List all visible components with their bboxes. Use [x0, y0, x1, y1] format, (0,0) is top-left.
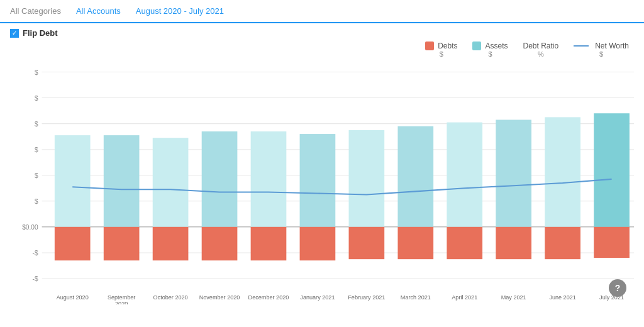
asset-bar-feb2021 [349, 130, 385, 227]
debt-bar-oct2020 [153, 227, 189, 260]
debt-bar-jun2021 [545, 227, 580, 259]
asset-bar-may2021 [496, 119, 531, 226]
asset-bar-aug2020 [55, 135, 91, 227]
assets-color-icon [472, 42, 481, 50]
svg-text:January 2021: January 2021 [300, 294, 335, 301]
legend-assets: Assets $ [472, 42, 508, 58]
legend-net-worth: Net Worth $ [574, 42, 629, 58]
debt-bar-dec2020 [251, 227, 287, 260]
net-worth-label: Net Worth [595, 42, 629, 50]
chart-area: $ $ $ $ $ $ $0.00 -$ -$ [10, 59, 634, 304]
debts-color-icon [425, 42, 434, 50]
svg-text:November 2020: November 2020 [199, 294, 240, 301]
flip-debt-checkbox[interactable] [10, 29, 19, 38]
chart-container: Flip Debt Debts $ Assets $ Debt Ratio % [0, 23, 644, 304]
debt-bar-nov2020 [202, 227, 238, 260]
legend-row: Debts $ Assets $ Debt Ratio % Net Worth … [10, 42, 634, 58]
svg-text:October 2020: October 2020 [153, 294, 188, 301]
svg-text:$: $ [35, 121, 38, 128]
asset-bar-dec2020 [251, 131, 287, 227]
legend-debts: Debts $ [425, 42, 457, 58]
svg-text:$: $ [35, 172, 38, 179]
asset-bar-oct2020 [153, 138, 189, 227]
svg-text:$0.00: $0.00 [22, 224, 38, 231]
debt-bar-mar2021 [397, 227, 433, 259]
svg-text:$: $ [35, 69, 38, 76]
legend-debt-ratio: Debt Ratio % [523, 42, 559, 58]
asset-bar-jul2021 [594, 113, 630, 227]
svg-text:$: $ [35, 95, 38, 102]
asset-bar-apr2021 [447, 123, 482, 227]
net-worth-sub: $ [599, 50, 603, 58]
debt-bar-jul2021 [594, 227, 630, 258]
svg-text:2020: 2020 [115, 301, 128, 304]
debt-bar-may2021 [496, 227, 531, 259]
svg-text:$: $ [35, 198, 38, 205]
debt-bar-jan2021 [300, 227, 336, 260]
debt-ratio-sub: % [538, 50, 544, 58]
debt-bar-apr2021 [447, 227, 482, 259]
top-bar-all-categories[interactable]: All Categories [10, 4, 69, 18]
debt-ratio-label: Debt Ratio [523, 42, 559, 50]
svg-text:March 2021: March 2021 [401, 294, 431, 301]
svg-text:$: $ [35, 147, 38, 153]
assets-label: Assets [485, 42, 508, 50]
svg-text:-$: -$ [33, 250, 38, 257]
svg-text:August 2020: August 2020 [57, 294, 89, 301]
debt-bar-aug2020 [55, 227, 91, 260]
top-bar-all-accounts[interactable]: All Accounts [69, 4, 128, 18]
svg-text:May 2021: May 2021 [501, 294, 526, 301]
svg-text:February 2021: February 2021 [348, 294, 385, 301]
bar-chart-svg: $ $ $ $ $ $ $0.00 -$ -$ [10, 59, 634, 304]
debts-sub: $ [440, 50, 443, 58]
debt-bar-feb2021 [349, 227, 385, 259]
asset-bar-nov2020 [202, 131, 238, 227]
flip-debt-label: Flip Debt [23, 28, 58, 38]
svg-text:-$: -$ [33, 275, 38, 282]
asset-bar-sep2020 [104, 135, 140, 227]
asset-bar-jun2021 [545, 117, 580, 226]
asset-bar-jan2021 [300, 134, 336, 227]
asset-bar-mar2021 [397, 126, 433, 227]
net-worth-line-icon [574, 45, 589, 47]
debts-label: Debts [438, 42, 457, 50]
top-bar: All Categories All Accounts August 2020 … [0, 0, 644, 23]
top-bar-date-range[interactable]: August 2020 - July 2021 [128, 4, 231, 18]
assets-sub: $ [488, 50, 492, 58]
debt-bar-sep2020 [104, 227, 140, 260]
svg-text:June 2021: June 2021 [549, 294, 575, 301]
svg-text:December 2020: December 2020 [248, 294, 289, 301]
help-button[interactable]: ? [609, 279, 626, 297]
svg-text:April 2021: April 2021 [452, 294, 477, 301]
svg-text:September: September [108, 294, 135, 301]
flip-debt-row: Flip Debt [10, 28, 634, 38]
